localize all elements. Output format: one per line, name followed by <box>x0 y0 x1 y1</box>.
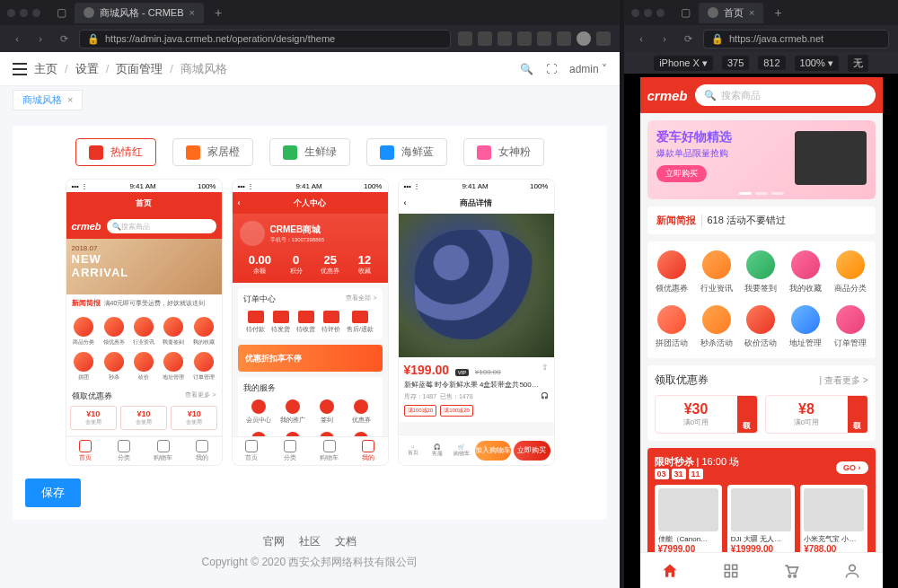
forward-button[interactable]: › <box>32 31 48 47</box>
product-card[interactable]: 佳能（Canon…¥7999.00 <box>655 485 722 557</box>
nav-item[interactable]: 领优惠券 <box>651 250 694 294</box>
stat-item[interactable]: 25优惠券 <box>321 253 339 276</box>
extension-icon[interactable] <box>458 31 472 46</box>
hero-banner[interactable]: 爱车好物精选 爆款单品限量抢购 立即购买 <box>647 120 876 199</box>
new-tab-button[interactable]: + <box>209 5 227 20</box>
profile-avatar-icon[interactable] <box>577 31 591 46</box>
page-tab[interactable]: 商城风格 × <box>13 90 83 110</box>
search-input[interactable]: 🔍 搜索商品 <box>107 219 216 233</box>
hero-banner[interactable]: 2018.07 NEW ARRIVAL <box>66 239 222 294</box>
coupon[interactable]: ¥10去使用 <box>120 406 167 430</box>
buy-now-button[interactable]: 立即购买 <box>656 165 707 182</box>
extension-icon[interactable] <box>557 31 571 46</box>
service-item[interactable]: 会员中心 <box>243 399 274 425</box>
close-icon[interactable]: × <box>67 94 73 105</box>
service-item[interactable]: 优惠券 <box>346 399 376 425</box>
nav-item[interactable]: 商品分类 <box>70 317 98 347</box>
nav-item[interactable]: 行业资讯 <box>695 250 738 294</box>
tab-item[interactable]: 购物车 <box>310 437 348 465</box>
tab-item[interactable]: 我的 <box>182 437 221 465</box>
nav-item[interactable]: 订单管理 <box>829 305 872 349</box>
tab-cart[interactable] <box>762 553 823 588</box>
width-input[interactable]: 375 <box>722 56 749 70</box>
footer-link[interactable]: 官网 <box>263 534 285 549</box>
menu-icon[interactable] <box>596 31 611 46</box>
theme-option[interactable]: 家居橙 <box>172 138 253 166</box>
theme-option[interactable]: 热情红 <box>75 138 156 166</box>
zoom-select[interactable]: 100% ▾ <box>795 56 839 71</box>
coupon[interactable]: ¥8满0可用领取 <box>765 395 868 434</box>
tab-item[interactable]: 我的 <box>348 437 387 465</box>
height-input[interactable]: 812 <box>758 56 785 70</box>
avatar[interactable] <box>240 221 265 246</box>
order-status[interactable]: 待付款 <box>246 311 265 334</box>
forward-button[interactable]: › <box>656 31 673 47</box>
tab-item[interactable]: 首页 <box>66 437 105 465</box>
order-status[interactable]: 待评价 <box>321 311 340 334</box>
service-item[interactable]: 签到 <box>312 399 342 425</box>
nav-item[interactable]: 订单管理 <box>189 352 217 382</box>
tab-item[interactable]: 首页 <box>233 437 271 465</box>
footer-link[interactable]: 社区 <box>299 534 321 549</box>
nav-item[interactable]: 我要签到 <box>740 250 783 294</box>
breadcrumb-item[interactable]: 主页 <box>34 61 57 77</box>
coupon[interactable]: ¥10去使用 <box>171 406 217 430</box>
theme-option[interactable]: 生鲜绿 <box>269 138 350 166</box>
menu-toggle-icon[interactable] <box>13 63 27 75</box>
nav-item[interactable]: 拼团 <box>70 352 98 382</box>
product-image[interactable] <box>399 214 554 357</box>
service-item[interactable]: 我的推广 <box>277 399 308 425</box>
more-link[interactable]: 查看全部 > <box>346 294 376 305</box>
back-icon[interactable]: ‹ <box>238 198 241 207</box>
search-input[interactable]: 🔍 搜索商品 <box>695 84 876 106</box>
order-status[interactable]: 待发货 <box>271 311 290 334</box>
user-menu[interactable]: admin ˅ <box>569 63 607 75</box>
promo-banner[interactable]: 优惠折扣享不停 <box>238 345 383 372</box>
stat-item[interactable]: 0.00余额 <box>249 253 271 276</box>
more-link[interactable]: 查看更多 > <box>185 391 216 402</box>
extension-icon[interactable] <box>497 31 512 46</box>
add-cart-button[interactable]: 加入购物车 <box>475 441 512 461</box>
footer-link[interactable]: 文档 <box>335 534 357 549</box>
nav-item[interactable]: 地址管理 <box>784 305 827 349</box>
tab-item[interactable]: 分类 <box>271 437 310 465</box>
sidebar-toggle-icon[interactable]: ▢ <box>677 4 693 21</box>
order-status[interactable]: 售后/退款 <box>347 311 374 334</box>
home-link[interactable]: ⌂首页 <box>402 443 424 457</box>
cart-link[interactable]: 🛒购物车 <box>451 443 472 458</box>
back-button[interactable]: ‹ <box>9 31 25 47</box>
more-link[interactable]: | 查看更多 > <box>820 374 868 387</box>
claim-button[interactable]: 领取 <box>848 396 867 433</box>
device-select[interactable]: iPhone X ▾ <box>654 56 713 71</box>
claim-button[interactable]: 领取 <box>737 396 757 433</box>
tab-category[interactable] <box>700 553 762 588</box>
nav-item[interactable]: 拼团活动 <box>651 305 694 349</box>
breadcrumb-item[interactable]: 设置 <box>75 61 99 77</box>
extension-icon[interactable] <box>517 31 532 46</box>
nav-item[interactable]: 领优惠券 <box>100 317 128 347</box>
carousel-dots[interactable] <box>647 192 876 195</box>
browser-tab[interactable]: 首页 × <box>699 3 763 23</box>
product-card[interactable]: 小米充气宝 小…¥788.00 <box>800 485 867 557</box>
tab-user[interactable] <box>822 553 883 588</box>
sidebar-toggle-icon[interactable]: ▢ <box>53 4 69 21</box>
order-status[interactable]: 待收货 <box>296 311 315 334</box>
browser-tab[interactable]: 商城风格 - CRMEB × <box>75 3 204 23</box>
extension-icon[interactable] <box>478 31 492 46</box>
search-icon[interactable]: 🔍 <box>520 63 533 75</box>
support-link[interactable]: 🎧客服 <box>427 443 448 458</box>
news-ticker[interactable]: 新闻简报 满40元即可享受运费，好饮就该送到 <box>66 294 222 312</box>
reload-button[interactable]: ⟳ <box>56 31 72 47</box>
nav-item[interactable]: 行业资讯 <box>129 317 157 347</box>
address-bar[interactable]: 🔒 https://java.crmeb.net <box>703 30 889 48</box>
back-button[interactable]: ‹ <box>633 31 649 47</box>
tab-item[interactable]: 购物车 <box>144 437 182 465</box>
fullscreen-icon[interactable]: ⛶ <box>546 63 557 75</box>
save-button[interactable]: 保存 <box>25 478 81 507</box>
theme-option[interactable]: 女神粉 <box>463 138 544 166</box>
coupon[interactable]: ¥10去使用 <box>70 406 117 430</box>
nav-item[interactable]: 我的收藏 <box>784 250 827 294</box>
go-button[interactable]: GO › <box>836 461 868 474</box>
news-ticker[interactable]: 新闻简报 618 活动不要错过 <box>647 206 876 234</box>
share-icon[interactable]: ⇪ <box>541 363 549 372</box>
